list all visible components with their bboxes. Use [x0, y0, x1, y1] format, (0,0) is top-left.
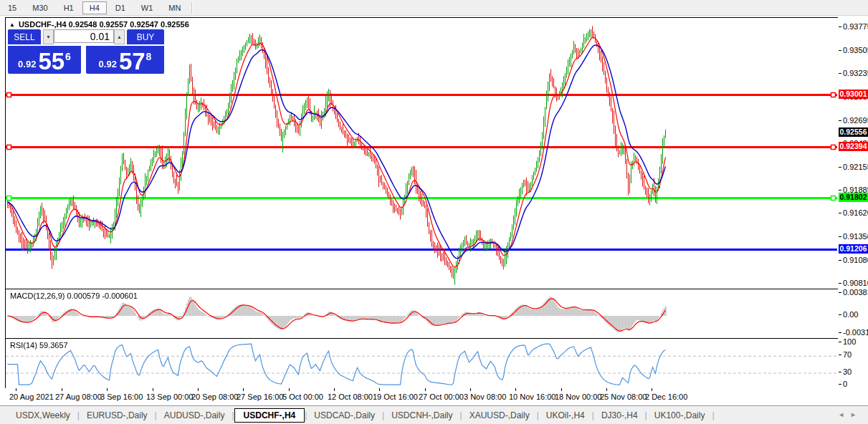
toolbar-separator — [191, 2, 193, 14]
chart-tab-audusd-daily[interactable]: AUDUSD-,Daily — [157, 408, 232, 423]
time-axis-tick — [107, 388, 108, 391]
time-axis-tick — [470, 388, 471, 391]
tab-scroll-left-icon[interactable]: ◄ — [838, 411, 850, 418]
rsi-label: RSI(14) 59.3657 — [10, 341, 68, 350]
time-axis-tick — [561, 388, 562, 391]
chart-tab-xauusd-daily[interactable]: XAUUSD-,Daily — [462, 408, 537, 423]
time-axis-label: 5 Oct 00:00 — [282, 392, 323, 401]
chart-tab-eurusd-daily[interactable]: EURUSD-,Daily — [80, 408, 155, 423]
buy-button[interactable]: BUY — [127, 29, 164, 44]
chart-tab-usdcad-daily[interactable]: USDCAD-,Daily — [307, 408, 382, 423]
price-axis-label: 0.92155 — [843, 163, 868, 172]
volume-stepper: ▼ ▲ — [43, 29, 125, 44]
rsi-axis-label: 100 — [843, 337, 856, 347]
price-axis-label: 0.92695 — [843, 116, 868, 125]
price-axis-label: 0.93775 — [843, 22, 868, 32]
buy-price[interactable]: 0.92 57 8 — [86, 45, 164, 74]
tab-separator: | — [712, 410, 714, 420]
rsi-axis-label: 30 — [843, 367, 852, 377]
time-axis-tick — [425, 388, 426, 391]
chart-tab-usdcnh-daily[interactable]: USDCNH-,Daily — [384, 408, 459, 423]
rsi-axis-label: 70 — [843, 350, 852, 360]
chart-tab-uk100-daily[interactable]: UK100-,Daily — [647, 408, 712, 423]
macd-panel: MACD(12,26,9) 0.000579 -0.000601 — [5, 289, 839, 339]
volume-decrease-button[interactable]: ▼ — [43, 29, 54, 44]
time-axis-tick — [289, 388, 290, 391]
time-axis-label: 10 Nov 16:00 — [509, 392, 555, 401]
time-axis-label: 18 Nov 00:00 — [555, 392, 601, 401]
time-axis-label: 13 Sep 00:00 — [146, 392, 193, 401]
time-axis-label: 3 Nov 08:00 — [464, 392, 506, 401]
chart-tab-usdchf-h4[interactable]: USDCHF-,H4 — [234, 408, 305, 423]
tf-button-m30[interactable]: M30 — [25, 1, 54, 14]
price-axis-label: 0.90810 — [843, 279, 868, 288]
chevron-up-icon: ▲ — [117, 34, 122, 39]
sell-price[interactable]: 0.92 55 6 — [8, 45, 81, 74]
time-axis-label: 3 Sep 16:00 — [100, 392, 143, 401]
level-price-badge: 0.91206 — [839, 244, 868, 254]
rsi-panel: RSI(14) 59.3657 — [5, 338, 839, 390]
volume-increase-button[interactable]: ▲ — [114, 29, 125, 44]
buy-price-big: 57 — [119, 50, 146, 72]
tab-scroll-arrows: ◄► — [838, 411, 862, 418]
macd-axis-label: 0.00 — [843, 310, 858, 319]
collapse-arrow-icon[interactable]: ▲ — [9, 21, 15, 28]
price-chart-panel: ▲ USDCHF-,H4 0.92548 0.92557 0.92547 0.9… — [5, 17, 839, 289]
tf-button-w1[interactable]: W1 — [134, 1, 161, 14]
price-axis-label: 0.91080 — [843, 256, 868, 265]
chevron-down-icon: ▼ — [46, 34, 51, 39]
level-price-badge: 0.93001 — [839, 90, 868, 99]
time-axis[interactable]: 20 Aug 202127 Aug 08:003 Sep 16:0013 Sep… — [5, 388, 838, 405]
chart-tab-ukoil-h4[interactable]: UKOil-,H4 — [539, 408, 592, 423]
sell-price-prefix: 0.92 — [18, 59, 36, 69]
sell-button[interactable]: SELL — [8, 29, 41, 44]
macd-axis-label: -0.003115 — [843, 328, 868, 337]
chart-header-text: USDCHF-,H4 0.92548 0.92557 0.92547 0.925… — [19, 20, 189, 29]
price-axis[interactable]: 0.937750.935050.932350.929650.926950.924… — [838, 16, 868, 405]
terminal-window: 15M30H1H4D1W1MN ▲ USDCHF-,H4 0.92548 0.9… — [0, 0, 868, 424]
tf-button-15[interactable]: 15 — [1, 1, 24, 14]
volume-input[interactable] — [54, 29, 114, 43]
tf-button-d1[interactable]: D1 — [108, 1, 133, 14]
time-axis-tick — [16, 388, 16, 391]
price-axis-label: 0.93235 — [843, 69, 868, 78]
time-axis-tick — [62, 388, 62, 391]
time-axis-label: 27 Aug 08:00 — [55, 392, 102, 401]
tf-button-h1[interactable]: H1 — [57, 1, 81, 14]
time-axis-tick — [379, 388, 380, 391]
chart-header: ▲ USDCHF-,H4 0.92548 0.92557 0.92547 0.9… — [9, 20, 189, 29]
one-click-trading-panel: SELL ▼ ▲ BUY 0.92 55 6 0.92 57 8 — [8, 29, 164, 72]
level-price-badge: 0.92394 — [839, 142, 868, 151]
rsi-axis-label: 0 — [843, 380, 847, 389]
current-price-badge: 0.92556 — [839, 127, 868, 137]
sell-price-sup: 6 — [65, 51, 71, 62]
time-axis-tick — [652, 388, 652, 391]
time-axis-tick — [153, 388, 153, 391]
sell-price-big: 55 — [38, 50, 65, 72]
tab-scroll-right-icon[interactable]: ► — [850, 411, 862, 418]
buy-price-prefix: 0.92 — [99, 59, 117, 69]
chart-tab-dj30-h4[interactable]: DJ30-,H4 — [594, 408, 645, 423]
chart-tab-usdx-weekly[interactable]: USDX,Weekly — [9, 408, 77, 423]
time-axis-label: 2 Dec 16:00 — [645, 392, 687, 401]
macd-axis-label: 0.003811 — [843, 288, 868, 297]
chart-window: ▲ USDCHF-,H4 0.92548 0.92557 0.92547 0.9… — [0, 16, 868, 405]
time-axis-label: 20 Aug 2021 — [9, 392, 54, 401]
tf-button-mn[interactable]: MN — [161, 1, 188, 14]
time-axis-label: 19 Oct 16:00 — [373, 392, 418, 401]
price-axis-label: 0.91620 — [843, 208, 868, 218]
time-axis-label: 12 Oct 08:00 — [328, 392, 373, 401]
price-axis-label: 0.93505 — [843, 46, 868, 55]
time-axis-tick — [515, 388, 516, 391]
time-axis-tick — [198, 388, 199, 391]
macd-label: MACD(12,26,9) 0.000579 -0.000601 — [10, 292, 138, 300]
buy-price-sup: 8 — [146, 51, 152, 62]
time-axis-tick — [606, 388, 607, 391]
level-price-badge: 0.91802 — [839, 193, 868, 202]
time-axis-label: 25 Nov 08:00 — [600, 392, 647, 401]
tf-button-h4[interactable]: H4 — [82, 1, 107, 14]
price-axis-label: 0.91350 — [843, 232, 868, 241]
time-axis-label: 27 Sep 16:00 — [237, 392, 283, 401]
time-axis-tick — [243, 388, 244, 391]
rsi-canvas[interactable] — [6, 339, 837, 387]
